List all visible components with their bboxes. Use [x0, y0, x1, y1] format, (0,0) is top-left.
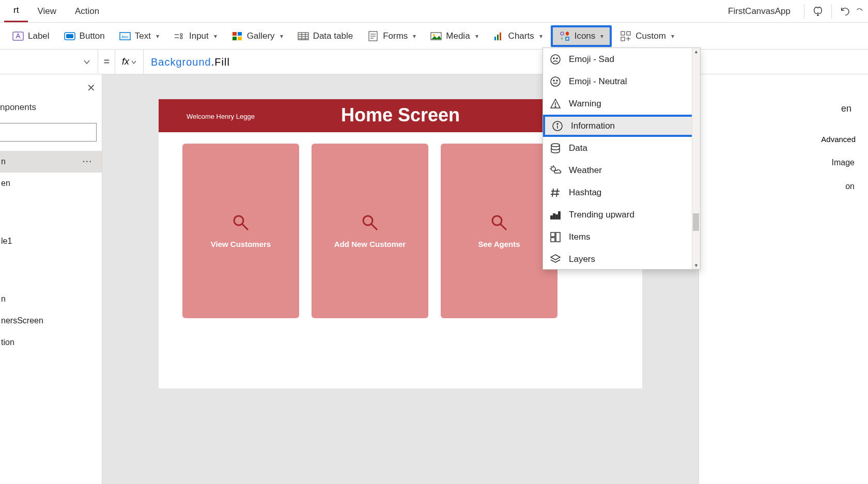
menu-tab-insert[interactable]: rt: [4, 0, 28, 22]
tile-view-customers[interactable]: View Customers: [182, 144, 299, 318]
tree-item[interactable]: tion: [0, 332, 102, 353]
svg-point-45: [556, 58, 557, 59]
svg-rect-3: [66, 34, 73, 38]
tree-item[interactable]: le1: [0, 230, 102, 252]
icons-button[interactable]: + Icons ▾: [551, 25, 612, 47]
components-tab[interactable]: nponents: [0, 102, 102, 119]
property-row[interactable]: Image: [708, 158, 859, 167]
formula-bar: = fx Background.Fill: [0, 50, 868, 74]
button-icon: [64, 30, 75, 42]
text-button[interactable]: Abc Text ▾: [113, 25, 165, 47]
icon-item-layers[interactable]: Layers: [543, 248, 700, 269]
data-icon: [549, 142, 562, 154]
svg-rect-67: [559, 212, 560, 219]
media-button[interactable]: Media ▾: [424, 25, 484, 47]
svg-point-39: [363, 216, 373, 225]
svg-rect-33: [627, 32, 630, 35]
scroll-thumb[interactable]: [693, 213, 699, 231]
gallery-button[interactable]: Gallery ▾: [225, 25, 289, 47]
gallery-icon: [231, 30, 243, 42]
icon-item-label: Data: [569, 143, 587, 153]
information-icon: [551, 120, 564, 132]
icon-item-hashtag[interactable]: Hashtag: [543, 181, 700, 204]
divider: [831, 4, 832, 19]
icon-item-information[interactable]: Information: [543, 115, 700, 137]
icon-item-label: Trending upward: [569, 210, 634, 220]
tree-item[interactable]: en: [0, 173, 102, 194]
menu-tab-view[interactable]: View: [28, 0, 66, 22]
properties-pane: en Advanced Image on: [699, 74, 868, 484]
search-input[interactable]: [0, 123, 97, 142]
svg-point-55: [551, 144, 560, 147]
svg-point-37: [234, 216, 243, 225]
tree-item-label: en: [1, 179, 10, 188]
svg-text:Abc: Abc: [121, 35, 129, 39]
tree-item-label: le1: [1, 237, 12, 246]
tree-item-selected[interactable]: n ···: [0, 151, 102, 173]
icon-item-emoji-sad[interactable]: Emoji - Sad: [543, 48, 700, 70]
undo-icon[interactable]: [836, 2, 855, 21]
tree-view-pane: ✕ nponents n ··· en le1 n nersScreen tio…: [0, 74, 102, 484]
property-row[interactable]: on: [708, 182, 859, 191]
icon-item-label: Information: [571, 121, 615, 131]
app-checker-icon[interactable]: [809, 2, 827, 21]
label-button[interactable]: Label: [6, 25, 56, 47]
icon-item-items[interactable]: Items: [543, 226, 700, 248]
chevron-down-icon: ▾: [280, 33, 283, 40]
svg-line-59: [551, 166, 552, 167]
menu-bar: rt View Action FirstCanvasApp: [0, 0, 868, 23]
datatable-button[interactable]: Data table: [291, 25, 360, 47]
svg-rect-12: [233, 37, 237, 40]
svg-point-48: [556, 80, 557, 81]
text-button-text: Text: [135, 31, 151, 41]
tile-see-agents[interactable]: See Agents: [441, 144, 557, 318]
fx-button[interactable]: fx: [115, 50, 144, 74]
svg-rect-10: [233, 32, 237, 36]
icon-item-trending[interactable]: Trending upward: [543, 204, 700, 226]
svg-text:+: +: [561, 36, 563, 41]
charts-button[interactable]: Charts ▾: [487, 25, 549, 47]
property-dropdown[interactable]: [0, 50, 98, 74]
tile-label: See Agents: [478, 240, 520, 248]
icon-item-label: Layers: [569, 254, 595, 264]
custom-button[interactable]: Custom ▾: [614, 25, 680, 47]
forms-icon: [367, 30, 379, 42]
tree-item[interactable]: nersScreen: [0, 310, 102, 332]
redo-icon[interactable]: [855, 2, 864, 21]
icons-button-text: Icons: [575, 31, 596, 41]
menu-tab-action[interactable]: Action: [66, 0, 109, 22]
hashtag-icon: [549, 186, 562, 199]
icon-item-warning[interactable]: Warning: [543, 92, 700, 115]
advanced-tab[interactable]: Advanced: [708, 135, 859, 144]
svg-rect-66: [556, 215, 557, 219]
svg-point-43: [551, 55, 560, 64]
search-icon: [490, 214, 508, 231]
label-icon: [12, 30, 24, 42]
svg-point-25: [433, 34, 435, 36]
input-button[interactable]: Input ▾: [167, 25, 223, 47]
forms-button-text: Forms: [383, 31, 408, 41]
svg-rect-13: [238, 37, 242, 40]
svg-point-0: [817, 14, 818, 15]
scrollbar[interactable]: ▲ ▼: [692, 48, 700, 269]
chevron-down-icon: ▾: [539, 33, 542, 40]
scroll-up-icon[interactable]: ▲: [692, 48, 700, 55]
svg-rect-26: [494, 37, 496, 40]
formula-object: Background: [151, 56, 211, 68]
icon-item-weather[interactable]: Weather: [543, 159, 700, 181]
tile-label: Add New Customer: [334, 240, 406, 248]
formula-input[interactable]: Background.Fill: [144, 56, 868, 68]
tile-add-customer[interactable]: Add New Customer: [312, 144, 428, 318]
svg-rect-65: [553, 214, 555, 219]
forms-button[interactable]: Forms ▾: [361, 25, 422, 47]
scroll-down-icon[interactable]: ▼: [692, 262, 700, 269]
icon-item-emoji-neutral[interactable]: Emoji - Neutral: [543, 70, 700, 92]
more-icon[interactable]: ···: [83, 157, 92, 166]
tree-item-label: tion: [1, 338, 14, 347]
icon-item-data[interactable]: Data: [543, 137, 700, 159]
svg-rect-32: [621, 32, 625, 35]
close-icon[interactable]: ✕: [87, 82, 96, 94]
svg-rect-34: [621, 37, 625, 41]
button-button[interactable]: Button: [58, 25, 111, 47]
tree-item[interactable]: n: [0, 288, 102, 310]
